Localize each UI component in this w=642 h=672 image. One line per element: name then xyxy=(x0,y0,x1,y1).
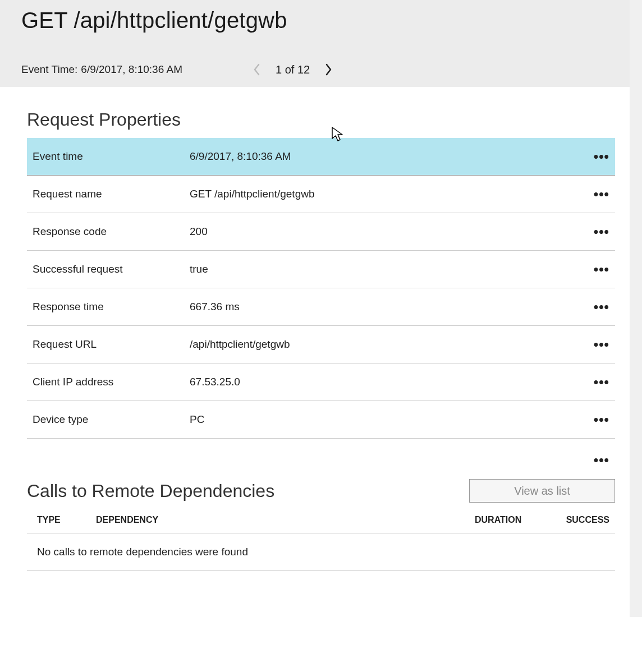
property-value: GET /api/httpclient/getgwb xyxy=(190,188,587,200)
dependencies-empty-message: No calls to remote dependencies were fou… xyxy=(27,533,615,571)
property-row[interactable]: Response code200••• xyxy=(27,213,615,251)
property-row[interactable]: Successful requesttrue••• xyxy=(27,251,615,288)
dependencies-columns: TYPE DEPENDENCY DURATION SUCCESS xyxy=(27,515,615,533)
event-meta-row: Event Time: 6/9/2017, 8:10:36 AM 1 of 12 xyxy=(21,62,621,77)
property-row[interactable]: Request nameGET /api/httpclient/getgwb••… xyxy=(27,176,615,213)
property-value: /api/httpclient/getgwb xyxy=(190,338,587,351)
more-icon[interactable]: ••• xyxy=(587,299,609,315)
scrollbar-vertical[interactable] xyxy=(630,0,642,617)
event-time-value: 6/9/2017, 8:10:36 AM xyxy=(81,63,182,76)
more-icon[interactable]: ••• xyxy=(587,374,609,390)
property-label: Device type xyxy=(33,413,190,426)
pager-prev-icon[interactable] xyxy=(250,62,264,77)
more-icon[interactable]: ••• xyxy=(587,452,609,468)
more-icon[interactable]: ••• xyxy=(587,412,609,427)
table-more-row: ••• xyxy=(27,439,615,468)
property-label: Request URL xyxy=(33,338,190,351)
view-as-list-button[interactable]: View as list xyxy=(469,479,615,503)
property-label: Response time xyxy=(33,301,190,313)
request-properties-title: Request Properties xyxy=(27,109,615,130)
col-success: SUCCESS xyxy=(559,515,609,525)
pager: 1 of 12 xyxy=(250,62,336,77)
content: Request Properties Event time6/9/2017, 8… xyxy=(0,87,642,571)
pager-next-icon[interactable] xyxy=(321,62,336,77)
col-duration: DURATION xyxy=(475,515,559,525)
property-label: Successful request xyxy=(33,263,190,275)
more-icon[interactable]: ••• xyxy=(587,149,609,164)
property-label: Client IP address xyxy=(33,376,190,388)
page-title: GET /api/httpclient/getgwb xyxy=(21,8,621,33)
property-row[interactable]: Client IP address67.53.25.0••• xyxy=(27,363,615,401)
property-value: 67.53.25.0 xyxy=(190,376,587,388)
more-icon[interactable]: ••• xyxy=(587,224,609,240)
property-label: Response code xyxy=(33,225,190,238)
property-row[interactable]: Response time667.36 ms••• xyxy=(27,288,615,326)
dependencies-header-row: Calls to Remote Dependencies View as lis… xyxy=(27,479,615,503)
more-icon[interactable]: ••• xyxy=(587,186,609,202)
request-properties-table: Event time6/9/2017, 8:10:36 AM•••Request… xyxy=(27,138,615,439)
col-dependency: DEPENDENCY xyxy=(96,515,475,525)
property-value: true xyxy=(190,263,587,275)
property-label: Event time xyxy=(33,150,190,163)
property-value: PC xyxy=(190,413,587,426)
property-label: Request name xyxy=(33,188,190,200)
property-value: 667.36 ms xyxy=(190,301,587,313)
property-value: 200 xyxy=(190,225,587,238)
event-time-label: Event Time: xyxy=(21,63,77,76)
property-row[interactable]: Device typePC••• xyxy=(27,401,615,439)
dependencies-title: Calls to Remote Dependencies xyxy=(27,481,274,501)
property-row[interactable]: Event time6/9/2017, 8:10:36 AM••• xyxy=(27,138,615,176)
col-type: TYPE xyxy=(37,515,96,525)
more-icon[interactable]: ••• xyxy=(587,337,609,352)
property-row[interactable]: Request URL/api/httpclient/getgwb••• xyxy=(27,326,615,363)
header-bar: GET /api/httpclient/getgwb Event Time: 6… xyxy=(0,0,642,87)
property-value: 6/9/2017, 8:10:36 AM xyxy=(190,150,587,163)
pager-position: 1 of 12 xyxy=(276,63,310,76)
more-icon[interactable]: ••• xyxy=(587,261,609,277)
